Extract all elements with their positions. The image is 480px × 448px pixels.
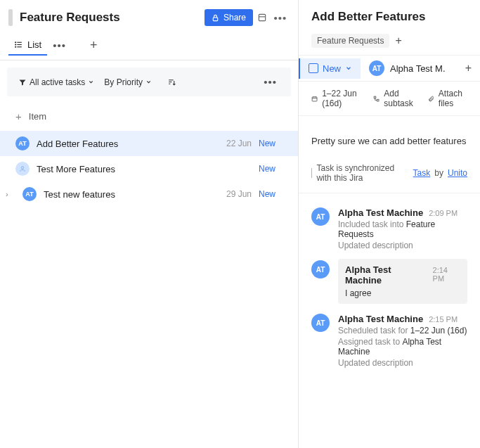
attach-files-button[interactable]: Attach files bbox=[428, 89, 467, 108]
views-more-button[interactable]: ••• bbox=[47, 37, 72, 54]
activity-event: ATAlpha Test Machine2:09 PMIncluded task… bbox=[311, 207, 467, 250]
list-view-tab[interactable]: List bbox=[8, 35, 47, 56]
svg-rect-0 bbox=[213, 18, 217, 21]
activity-author: Alpha Test Machine bbox=[345, 264, 427, 286]
sync-mid: by bbox=[434, 168, 443, 178]
task-title: Add Better Features bbox=[37, 139, 209, 149]
more-menu-button[interactable]: ••• bbox=[271, 8, 290, 27]
description[interactable]: Pretty sure we can add better features bbox=[299, 116, 480, 156]
avatar: AT bbox=[22, 187, 37, 201]
add-assignee-button[interactable]: + bbox=[457, 58, 480, 79]
svg-point-6 bbox=[15, 42, 16, 43]
subtask-icon bbox=[373, 94, 380, 103]
sort-icon bbox=[167, 77, 176, 87]
list-icon bbox=[14, 40, 23, 49]
svg-point-8 bbox=[15, 46, 16, 47]
filter-by-priority[interactable]: By Priority bbox=[101, 75, 155, 89]
date-range-label: 1–22 Jun (16d) bbox=[322, 89, 362, 108]
chevron-down-icon bbox=[88, 79, 94, 85]
svg-point-12 bbox=[21, 167, 23, 169]
checkbox-icon bbox=[309, 63, 318, 73]
lock-icon bbox=[212, 14, 219, 22]
activity-time: 2:14 PM bbox=[433, 266, 460, 283]
activity-time: 2:09 PM bbox=[429, 209, 458, 217]
svg-rect-17 bbox=[374, 96, 376, 98]
sort-button[interactable] bbox=[164, 75, 179, 89]
view-tabs-row: List ••• + bbox=[0, 32, 298, 60]
activity-body: Alpha Test Machine2:15 PMScheduled task … bbox=[338, 314, 467, 368]
svg-point-7 bbox=[15, 44, 16, 45]
add-parent-button[interactable]: + bbox=[395, 34, 401, 47]
activity-author: Alpha Test Machine bbox=[338, 314, 423, 324]
meta-row: 1–22 Jun (16d) Add subtask Attach files bbox=[299, 82, 480, 116]
task-status: New bbox=[259, 189, 290, 199]
filter-all-label: All active tasks bbox=[30, 77, 85, 87]
jira-task-link[interactable]: Task bbox=[413, 168, 431, 178]
activity-time: 2:15 PM bbox=[429, 315, 458, 324]
activity-line: Updated description bbox=[338, 358, 467, 368]
filter-bar: All active tasks By Priority ••• bbox=[7, 68, 291, 96]
activity-body: Alpha Test Machine2:09 PMIncluded task i… bbox=[338, 207, 467, 250]
chevron-down-icon bbox=[345, 65, 352, 72]
comment-bubble[interactable]: Alpha Test Machine2:14 PMI agree bbox=[338, 259, 467, 304]
right-panel: Add Better Features Feature Requests + N… bbox=[299, 0, 480, 448]
task-status: New bbox=[259, 139, 290, 148]
calendar-icon bbox=[311, 94, 318, 103]
status-label: New bbox=[323, 63, 341, 74]
sync-indicator-icon bbox=[311, 168, 312, 178]
share-label: Share bbox=[223, 13, 246, 23]
activity-line: Included task into Feature Requests bbox=[338, 219, 467, 239]
plus-icon: + bbox=[15, 110, 22, 122]
task-list: ATAdd Better Features22 JunNewTest More … bbox=[0, 131, 298, 207]
activity-event: ATAlpha Test Machine2:15 PMScheduled tas… bbox=[311, 314, 467, 368]
stream-icon bbox=[257, 13, 267, 23]
assignee-tab[interactable]: AT Alpha Test M. bbox=[361, 56, 457, 81]
attach-label: Attach files bbox=[439, 89, 467, 108]
add-subtask-button[interactable]: Add subtask bbox=[373, 89, 417, 108]
activity-comment: ATAlpha Test Machine2:14 PMI agree bbox=[311, 260, 467, 304]
activity-line: Assigned task to Alpha Test Machine bbox=[338, 337, 467, 357]
avatar: AT bbox=[311, 314, 330, 332]
avatar: AT bbox=[15, 136, 30, 151]
comment-text: I agree bbox=[345, 288, 460, 298]
breadcrumb-row: Feature Requests + bbox=[299, 28, 480, 55]
dots-icon: ••• bbox=[274, 12, 287, 24]
sync-text: Task is synchronized with this Jira bbox=[316, 163, 408, 183]
activity-line: Updated description bbox=[338, 241, 467, 250]
task-row[interactable]: Test More FeaturesNew bbox=[0, 156, 298, 181]
detail-tabs: New AT Alpha Test M. + bbox=[299, 55, 480, 82]
filter-priority-label: By Priority bbox=[104, 77, 143, 87]
task-row[interactable]: ›ATTest new features29 JunNew bbox=[0, 181, 298, 207]
chevron-down-icon bbox=[145, 79, 152, 85]
date-range[interactable]: 1–22 Jun (16d) bbox=[311, 89, 362, 108]
activity-author: Alpha Test Machine bbox=[338, 207, 423, 218]
expand-chevron-icon[interactable]: › bbox=[6, 190, 15, 198]
avatar: AT bbox=[369, 60, 384, 76]
task-row[interactable]: ATAdd Better Features22 JunNew bbox=[0, 131, 298, 156]
add-item-row[interactable]: + Item bbox=[0, 103, 298, 131]
svg-rect-1 bbox=[259, 14, 265, 20]
filter-all-tasks[interactable]: All active tasks bbox=[15, 75, 97, 89]
activity-stream: ATAlpha Test Machine2:09 PMIncluded task… bbox=[299, 193, 480, 382]
activity-line: Scheduled task for 1–22 Jun (16d) bbox=[338, 326, 467, 335]
breadcrumb[interactable]: Feature Requests bbox=[311, 34, 389, 48]
filter-icon bbox=[18, 78, 27, 87]
task-title: Test new features bbox=[44, 189, 209, 200]
filter-more-button[interactable]: ••• bbox=[258, 73, 283, 91]
stream-icon-button[interactable] bbox=[253, 8, 271, 27]
left-header: Feature Requests Share ••• bbox=[0, 0, 298, 32]
add-view-button[interactable]: + bbox=[86, 37, 102, 54]
task-status: New bbox=[259, 164, 290, 174]
add-subtask-label: Add subtask bbox=[384, 89, 416, 108]
sync-banner: Task is synchronized with this Jira Task… bbox=[299, 156, 480, 193]
unito-link[interactable]: Unito bbox=[448, 168, 467, 178]
status-tab[interactable]: New bbox=[299, 58, 361, 79]
add-item-label: Item bbox=[29, 111, 46, 122]
assignee-name: Alpha Test M. bbox=[390, 63, 446, 74]
list-view-label: List bbox=[27, 39, 41, 50]
avatar: AT bbox=[311, 260, 330, 279]
share-button[interactable]: Share bbox=[205, 9, 253, 26]
task-date: 29 Jun bbox=[216, 189, 252, 199]
folder-title: Feature Requests bbox=[20, 11, 205, 25]
svg-rect-13 bbox=[312, 96, 317, 101]
